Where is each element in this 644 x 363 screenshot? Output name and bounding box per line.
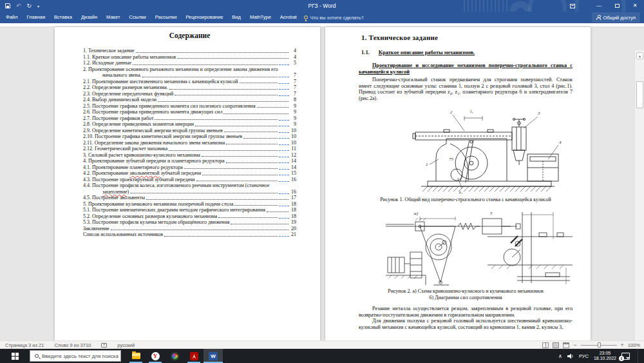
figure-1-image: 2 l₅ 3 4 1 z₄ 75 (405, 105, 567, 194)
toc-entry: 2.7. Построение графиков работ9 (83, 115, 296, 122)
toc-title: Содержание (83, 32, 296, 39)
ribbon-tab-view[interactable]: Вид (227, 12, 245, 23)
status-bar: Страница 3 из 21 Слово 9 из 3710 русский… (0, 340, 644, 349)
system-tray: ∧ РУС 23:05 18.10.2022 1 (558, 349, 644, 363)
body-paragraph-2: Резание металла осуществляется резцом, з… (359, 306, 573, 318)
redo-icon[interactable]: ↻ (27, 3, 32, 9)
document-page-toc[interactable]: Содержание 1. Техническое задание41.1. К… (55, 27, 320, 340)
word-icon: W (209, 352, 218, 360)
page-indicator[interactable]: Страница 3 из 21 (0, 342, 49, 348)
volume-icon[interactable] (567, 350, 574, 362)
toc-entry: Список использованных источников21 (83, 231, 296, 238)
ribbon-tab-row: ФайлГлавнаяВставкаДизайнМакетСсылкиРассы… (0, 12, 644, 23)
word-count[interactable]: Слово 9 из 3710 (49, 342, 96, 348)
ribbon-tab-acrobat[interactable]: Acrobat (276, 12, 301, 23)
start-button[interactable] (0, 349, 30, 363)
toc-entry: 2.11. Определение закона движения началь… (83, 140, 296, 146)
figure-2-caption-b: б) Диаграмма сил сопротивления (359, 295, 573, 301)
acrobat-icon (190, 352, 198, 360)
figure-2-image: а) 5 (384, 207, 575, 286)
toc-entry: 4.2. Проектирование эвольвентной зубчато… (83, 170, 296, 177)
tell-me-box[interactable]: Что вы хотите сделать? (304, 15, 364, 21)
ribbon-tab-references[interactable]: Ссылки (124, 12, 150, 23)
share-button[interactable]: Общий доступ (592, 12, 640, 23)
lightbulb-icon (304, 15, 308, 19)
fig1-label-z4: z₄ (459, 190, 463, 194)
toc-entry: зацепление)16 (83, 189, 296, 195)
zoom-out-button[interactable]: − (573, 342, 576, 348)
vertical-scrollbar[interactable]: ▲ ▼ (634, 50, 644, 363)
ribbon-tab-mathtype[interactable]: MathType (245, 12, 276, 23)
toc-entry: 1. Техническое задание4 (83, 48, 296, 54)
folder-icon (132, 353, 140, 359)
quick-access-toolbar: ↶ ↻ ▾ (5, 0, 39, 12)
fig1-label-1: 1 (426, 162, 428, 167)
ribbon-tab-layout[interactable]: Макет (102, 12, 124, 23)
taskbar-app-acrobat[interactable] (184, 349, 204, 363)
screen: { "window": { "title": "РГЗ - Word", "sh… (0, 0, 644, 363)
title-bar: ↶ ↻ ▾ РГЗ - Word — ✕ (0, 0, 644, 12)
qat-customize-icon[interactable]: ▾ (37, 4, 39, 8)
toc-entry: 2.2. Определение размеров механизма.7 (83, 84, 296, 91)
ribbon-tab-file[interactable]: Файл (1, 12, 22, 23)
undo-icon[interactable]: ↶ (16, 3, 21, 9)
keyboard-language[interactable]: РУС (579, 353, 589, 359)
toc-entry: 1.1. Краткое описание работы механизмов4 (83, 54, 296, 61)
action-center-icon[interactable]: 1 (621, 353, 630, 360)
taskbar-app-yandex-browser[interactable]: Y (146, 349, 165, 363)
toc-entry: 4.1. Проектирование планетарного редукто… (83, 164, 296, 171)
toc-entry: 2.6. Построение графика приведенного мом… (83, 109, 296, 115)
clock[interactable]: 23:05 18.10.2022 (594, 351, 616, 361)
titlebar-decoration (464, 0, 509, 12)
show-desktop-strip[interactable] (638, 349, 640, 363)
toc-entry: 1.2. Исходные данные5 (83, 60, 296, 66)
scrollbar-thumb[interactable] (636, 81, 643, 108)
ribbon-tab-design[interactable]: Дизайн (77, 12, 102, 23)
close-button[interactable]: ✕ (626, 0, 644, 12)
zoom-slider-thumb[interactable] (598, 342, 601, 348)
zoom-in-button[interactable]: + (621, 342, 624, 348)
toc-entry: 2.10. Построение графика кинетической эн… (83, 133, 296, 140)
fig1-label-4: 4 (559, 140, 562, 145)
ribbon-tab-review[interactable]: Рецензирование (181, 12, 227, 23)
ribbon-tab-insert[interactable]: Вставка (50, 12, 77, 23)
taskbar-app-game[interactable] (165, 349, 184, 363)
search-icon (35, 354, 39, 358)
fig2-label-5: 5 (490, 211, 493, 216)
hidden-icons-chevron[interactable]: ∧ (558, 353, 562, 359)
body-paragraph-1: Поперечно-строгальный станок предназначе… (359, 77, 573, 102)
scroll-up-arrow[interactable]: ▲ (636, 52, 643, 59)
ribbon-tab-mailings[interactable]: Рассылки (151, 12, 182, 23)
toc-entry: 5.3. Построение профиля кулачка методом … (83, 219, 296, 226)
restore-button[interactable] (608, 0, 626, 12)
toc-entry: Заключение20 (83, 226, 296, 232)
toc-entry: 2.5. Построение графика приведенного мом… (83, 103, 296, 110)
windows-logo-icon (12, 353, 19, 360)
taskbar-search-input[interactable]: Введите здесь текст для поиска (30, 350, 121, 362)
save-icon[interactable] (5, 3, 10, 8)
section-heading: 1. Техническое задание (361, 34, 573, 41)
proofing-status-icon[interactable] (96, 342, 112, 348)
read-mode-button[interactable] (542, 342, 549, 348)
language-indicator[interactable]: русский (112, 342, 140, 348)
zoom-level[interactable]: 100% (628, 342, 640, 348)
web-layout-button[interactable] (563, 342, 569, 348)
fig1-label-75: 75 (449, 157, 454, 162)
taskbar: Введите здесь текст для поиска Y W ∧ РУС… (0, 349, 644, 363)
print-layout-button[interactable] (553, 342, 559, 348)
yandex-icon: Y (151, 352, 160, 360)
minimize-button[interactable]: — (590, 0, 608, 12)
zoom-slider[interactable] (581, 345, 617, 346)
ribbon-display-options-button[interactable] (564, 4, 581, 8)
ribbon-tab-home[interactable]: Главная (22, 12, 50, 23)
figure-2-caption-a: Рисунок 2. а) Схема кривошипно-кулисного… (359, 288, 573, 295)
taskbar-app-word[interactable]: W (204, 349, 223, 363)
toc-entry: начального звена.7 (83, 72, 296, 79)
document-page-content[interactable]: 1. Техническое задание 1.1.Краткое описа… (325, 27, 591, 340)
toc-entry: 5. Проектирование кулачкового механизма … (83, 201, 296, 208)
figure-2: а) 5 (384, 207, 573, 288)
fig1-label-l5: l₅ (470, 109, 473, 114)
fig1-label-3: 3 (537, 111, 540, 116)
figure-1-caption: Рисунок 1. Общий вид поперечно-строгальн… (359, 197, 573, 203)
taskbar-app-file-explorer[interactable] (126, 349, 146, 363)
